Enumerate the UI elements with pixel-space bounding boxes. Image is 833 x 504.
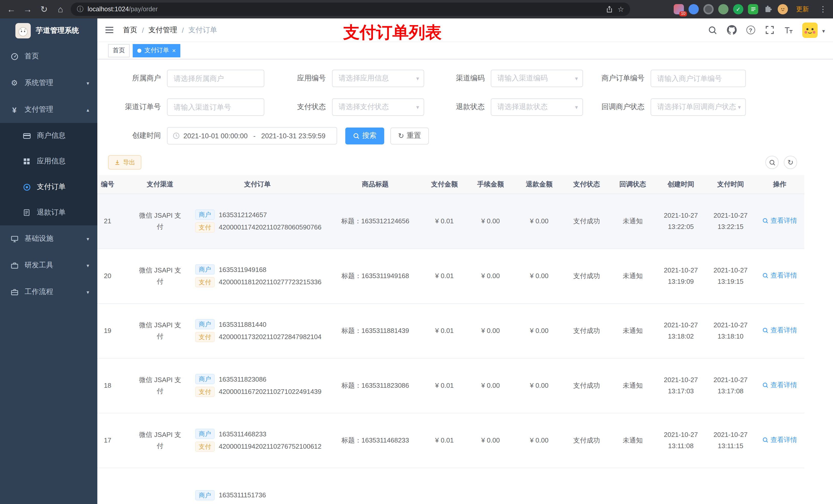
sidebar-item-workflow[interactable]: 工作流程 ▾	[0, 279, 97, 305]
refund-status-select[interactable]: 请选择退款状态 ▾	[491, 98, 583, 116]
search-button[interactable]: 搜索	[345, 127, 384, 144]
cell-refund: ¥ 0.00	[515, 248, 564, 303]
extension-icon-3[interactable]	[704, 4, 714, 14]
merchant-order-line: 商户 1635311823086	[195, 374, 325, 385]
sidebar-item-app-info[interactable]: 应用信息	[0, 148, 97, 174]
close-tab-icon[interactable]: ×	[172, 47, 176, 53]
page-content: 所属商户 应用编号 请选择应用信息 ▾ 渠道编码 请输入渠道编码	[97, 59, 833, 504]
user-avatar[interactable]	[802, 22, 818, 38]
col-amount: 支付金额	[423, 175, 466, 194]
tab-pay-order[interactable]: 支付订单 ×	[133, 44, 180, 57]
view-detail-link[interactable]: 查看详情	[762, 434, 797, 446]
cell-fee: ¥ 0.00	[466, 413, 515, 467]
cell-pay-order: 商户 1635312124657 支付 42000011742021102780…	[187, 194, 328, 248]
extension-icon-4[interactable]	[718, 4, 729, 14]
sidebar-item-home[interactable]: 首页	[0, 43, 97, 70]
sidebar-toggle-icon[interactable]	[104, 25, 115, 35]
forward-icon[interactable]: →	[21, 2, 35, 16]
cell-refund: ¥ 0.00	[515, 303, 564, 358]
sidebar-item-dev-tools[interactable]: 研发工具 ▾	[0, 252, 97, 279]
browser-update-button[interactable]: 更新	[792, 3, 812, 15]
view-detail-link[interactable]: 查看详情	[762, 215, 797, 226]
filter-label-notify-status: 回调商户状态	[583, 102, 651, 112]
cell-refund: ¥ 0.00	[515, 194, 564, 248]
sidebar-item-pay-order[interactable]: 支付订单	[0, 174, 97, 200]
col-actions: 操作	[755, 175, 804, 194]
view-detail-link[interactable]: 查看详情	[762, 380, 797, 390]
sidebar-item-payment[interactable]: ¥ 支付管理 ▴	[0, 96, 97, 123]
share-icon[interactable]	[606, 5, 614, 13]
browser-menu-icon[interactable]: ⋮	[817, 5, 829, 14]
filter-label-channel-order-no: 渠道订单号	[108, 102, 167, 112]
breadcrumb-pay-management[interactable]: 支付管理	[148, 25, 177, 34]
reset-button[interactable]: ↻ 重置	[390, 127, 429, 144]
cell-refund: ¥ 0.00	[515, 413, 564, 467]
user-menu-caret-icon[interactable]: ▼	[821, 28, 826, 33]
sidebar-item-infrastructure[interactable]: 基础设施 ▾	[0, 225, 97, 252]
fullscreen-icon[interactable]	[764, 25, 775, 35]
help-icon[interactable]: ?	[745, 25, 756, 35]
merchant-tag: 商户	[195, 210, 215, 220]
col-refund: 退款金额	[515, 175, 564, 194]
breadcrumb-home[interactable]: 首页	[123, 25, 137, 34]
merchant-tag: 商户	[195, 265, 215, 275]
create-time-range-picker[interactable]: 2021-10-01 00:00:00 - 2021-10-31 23:59:5…	[167, 127, 337, 144]
toggle-search-icon[interactable]	[765, 156, 779, 169]
sidebar-item-refund-order[interactable]: 退款订单	[0, 200, 97, 225]
notify-status-select[interactable]: 请选择订单回调商户状态 ▾	[651, 98, 746, 116]
cell-channel: 微信 JSAPI 支付	[133, 358, 187, 413]
briefcase-icon	[10, 288, 19, 296]
app-id-select[interactable]: 请选择应用信息 ▾	[332, 70, 424, 87]
merchant-order-no: 1635311949168	[219, 264, 266, 275]
export-button[interactable]: 导出	[108, 155, 141, 170]
cell-status: 支付成功	[564, 194, 610, 248]
cell-notify: 未通知	[610, 248, 656, 303]
extension-icon-6[interactable]	[748, 4, 758, 14]
view-detail-link[interactable]: 查看详情	[762, 325, 797, 336]
cell-create-time: 2021-10-27 13:18:02	[656, 303, 706, 358]
url-bar[interactable]: ⓘ localhost:1024/pay/order ☆	[71, 3, 630, 16]
reload-icon[interactable]: ↻	[37, 2, 51, 16]
search-icon[interactable]	[708, 25, 718, 35]
merchant-select-input[interactable]	[167, 70, 264, 87]
merchant-tag: 商户	[195, 374, 215, 384]
pay-tag: 支付	[195, 441, 215, 452]
browser-profile-avatar[interactable]	[778, 4, 788, 14]
chevron-down-icon: ▾	[87, 289, 89, 295]
extensions-puzzle-icon[interactable]	[763, 4, 773, 14]
chevron-down-icon: ▾	[416, 104, 419, 111]
cell-pay-order: 商户 1635311468233 支付 42000011942021102767…	[187, 413, 328, 467]
app-logo[interactable]: 芋道管理系统	[0, 19, 97, 43]
sidebar-item-merchant-info[interactable]: 商户信息	[0, 123, 97, 148]
channel-order-no-input[interactable]	[167, 98, 264, 116]
view-detail-label: 查看详情	[770, 325, 797, 336]
sidebar-item-system[interactable]: ⚙ 系统管理 ▾	[0, 70, 97, 96]
pay-status-select[interactable]: 请选择支付状态 ▾	[332, 98, 424, 116]
site-info-icon[interactable]: ⓘ	[77, 5, 84, 14]
table-row: 19 微信 JSAPI 支付 商户 1635311881440 支付 42000…	[97, 303, 804, 358]
view-detail-link[interactable]: 查看详情	[762, 270, 797, 281]
pay-order-no: 4200001174202110278060590766	[219, 222, 322, 233]
cell-actions: 查看详情	[755, 303, 804, 358]
cell-create-time: 2021-10-27 13:19:09	[656, 248, 706, 303]
home-icon[interactable]: ⌂	[53, 2, 68, 16]
bookmark-star-icon[interactable]: ☆	[618, 5, 624, 13]
cell-pay-time: 2021-10-27 13:18:10	[706, 303, 755, 358]
back-icon[interactable]: ←	[4, 2, 19, 16]
tab-home[interactable]: 首页	[108, 44, 129, 57]
extension-icon-1[interactable]: 10	[674, 4, 684, 14]
extension-icon-2[interactable]	[689, 4, 699, 14]
merchant-order-line: 商户 1635311468233	[195, 429, 325, 439]
filter-label-refund-status: 退款状态	[424, 102, 491, 112]
pay-order-line: 支付 4200001174202110278060590766	[195, 222, 325, 233]
cell-channel: 微信 JSAPI 支付	[133, 413, 187, 467]
font-size-icon[interactable]	[783, 25, 793, 35]
cell-channel	[133, 467, 187, 504]
merchant-order-no-input[interactable]	[651, 70, 746, 87]
channel-code-select[interactable]: 请输入渠道编码 ▾	[491, 70, 583, 87]
sidebar-item-label: 工作流程	[25, 287, 53, 296]
extension-icon-5[interactable]: ✓	[733, 4, 743, 14]
cell-fee: ¥ 0.00	[466, 248, 515, 303]
refresh-table-icon[interactable]: ↻	[784, 156, 797, 169]
github-icon[interactable]	[727, 25, 737, 35]
